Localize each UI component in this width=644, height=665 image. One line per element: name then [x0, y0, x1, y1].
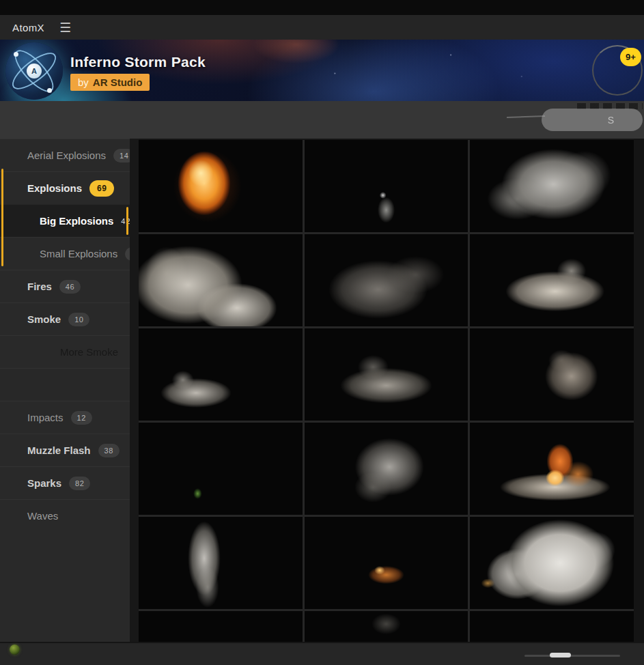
- thumbnail-size-slider[interactable]: [524, 655, 620, 657]
- sidebar-grid-gutter: [130, 139, 139, 642]
- atom-logo-icon: A: [5, 42, 63, 100]
- sidebar-item-smoke[interactable]: Smoke 10: [0, 302, 130, 335]
- faded-divider-line: [507, 115, 545, 118]
- asset-thumbnail-dark-drifting-smoke[interactable]: [305, 234, 468, 326]
- app-title: AtomX: [12, 22, 44, 33]
- asset-thumbnail-low-gray-smoke[interactable]: [305, 328, 468, 421]
- sidebar-item-muzzle-flash[interactable]: Muzzle Flash 38: [0, 434, 130, 466]
- faded-tooltip-pill[interactable]: S: [542, 109, 643, 131]
- grid-right-margin: [634, 139, 644, 642]
- app-bar: AtomX ☰: [0, 15, 644, 40]
- asset-thumbnail-green-spark-dot[interactable]: [139, 423, 303, 515]
- byline-prefix: by: [78, 76, 89, 88]
- asset-thumbnail-orange-embers[interactable]: [305, 517, 468, 609]
- hamburger-menu-icon[interactable]: ☰: [59, 21, 71, 34]
- toolbar-strip: S: [0, 101, 644, 139]
- count-badge: 14: [113, 149, 130, 162]
- sidebar-item-small-explosions[interactable]: Small Explosions 2: [0, 237, 130, 270]
- app-window: AtomX ☰ A Inferno Storm Pack by AR Studi…: [0, 0, 644, 665]
- pack-title: Inferno Storm Pack: [70, 54, 206, 70]
- count-plain: 42: [121, 217, 130, 225]
- asset-thumbnail-fireball-explosion[interactable]: [139, 140, 303, 232]
- bottom-status-bar: [0, 642, 644, 665]
- active-group-accent-bar: [1, 169, 3, 266]
- asset-thumbnail-gray-smoke-cloud[interactable]: [305, 423, 468, 515]
- count-badge: 38: [98, 444, 120, 457]
- count-badge: 10: [68, 313, 89, 326]
- byline-badge: by AR Studio: [70, 74, 150, 91]
- sidebar-item-waves[interactable]: Waves: [0, 499, 130, 532]
- atom-electron-dot: [47, 88, 52, 93]
- sidebar-item-aerial-explosions[interactable]: Aerial Explosions 14: [0, 139, 130, 171]
- sidebar-item-big-explosions[interactable]: Big Explosions 42: [0, 204, 130, 237]
- asset-thumbnail-empty-frame[interactable]: [470, 611, 634, 642]
- asset-thumbnail-vertical-smoke-plume[interactable]: [139, 517, 303, 609]
- asset-thumbnail-faint-smoke-puff[interactable]: [305, 611, 468, 642]
- notification-count-badge[interactable]: 9+: [620, 48, 641, 66]
- count-badge: 82: [69, 477, 90, 490]
- asset-thumbnail-large-gray-smoke-cloud[interactable]: [470, 140, 634, 232]
- category-sidebar: Aerial Explosions 14 Explosions 69 Big E…: [0, 139, 130, 642]
- asset-thumbnail-grid: [139, 140, 634, 642]
- count-badge: 2: [125, 247, 130, 261]
- asset-thumbnail-low-white-smoke[interactable]: [139, 328, 303, 421]
- sidebar-item-explosions[interactable]: Explosions 69: [0, 171, 130, 204]
- sidebar-item-ghost-empty[interactable]: [0, 368, 130, 401]
- atom-nucleus-label: A: [27, 63, 42, 79]
- count-badge-active: 69: [89, 180, 114, 197]
- asset-thumbnail-white-dust-cloud[interactable]: [139, 234, 303, 326]
- count-badge: 46: [59, 280, 81, 294]
- slider-thumb[interactable]: [550, 653, 571, 657]
- atom-electron-dot: [14, 52, 18, 57]
- sidebar-item-impacts[interactable]: Impacts 12: [0, 401, 130, 434]
- asset-thumbnail-small-dark-smoke-puff[interactable]: [305, 140, 468, 232]
- sidebar-item-ghost-fading[interactable]: More Smoke: [0, 335, 130, 368]
- asset-thumbnail-brown-dust-puff[interactable]: [470, 328, 634, 421]
- count-badge: 12: [71, 411, 92, 425]
- asset-thumbnail-amber-ground-explosion[interactable]: [470, 423, 634, 515]
- asset-thumbnail-low-wide-dust-cloud[interactable]: [470, 234, 634, 326]
- status-orb-icon[interactable]: [10, 645, 20, 655]
- pack-banner[interactable]: A Inferno Storm Pack by AR Studio 9+: [0, 40, 644, 101]
- byline-brand: AR Studio: [93, 76, 143, 88]
- sidebar-item-fires[interactable]: Fires 46: [0, 270, 130, 302]
- sidebar-item-sparks[interactable]: Sparks 82: [0, 466, 130, 499]
- asset-thumbnail-empty-frame[interactable]: [139, 611, 303, 642]
- selected-item-accent-bar: [126, 207, 128, 235]
- window-top-strip: [0, 0, 644, 15]
- asset-thumbnail-bright-white-cloud[interactable]: [470, 517, 634, 609]
